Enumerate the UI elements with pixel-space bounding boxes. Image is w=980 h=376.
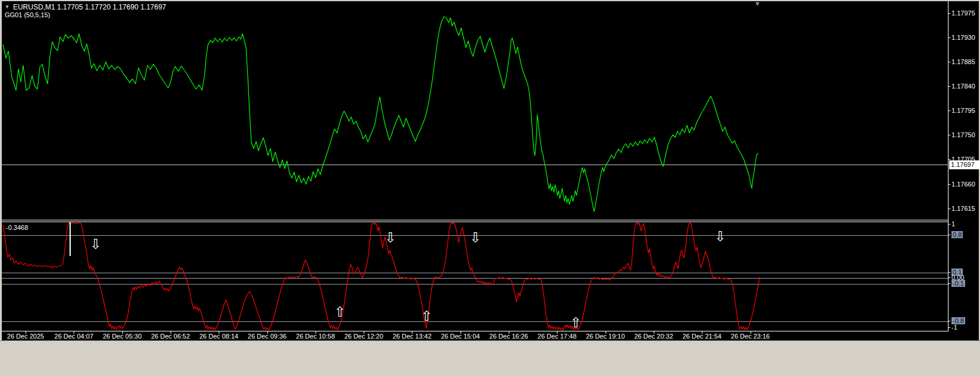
window-border-left — [0, 0, 2, 340]
indicator-axis-label: -1 — [951, 324, 957, 331]
indicator-axis-tick — [948, 321, 950, 321]
time-axis-label: 26 Dec 09:36 — [248, 333, 286, 340]
price-axis-label: 1.17795 — [951, 107, 975, 115]
indicator-axis-tick — [948, 224, 950, 225]
indicator-white-marker-line — [70, 222, 71, 256]
chart-header: ▼EURUSD,M1 1.17705 1.17720 1.17690 1.176… — [5, 3, 166, 11]
sell-signal-arrow-icon: ⇩ — [89, 238, 103, 251]
buy-signal-arrow-icon: ⇧ — [569, 316, 583, 330]
price-axis-label: 1.17750 — [951, 131, 975, 139]
price-axis-label: 1.17930 — [951, 34, 975, 42]
indicator-name-label: GG01 (50,5,15) — [5, 11, 50, 18]
time-axis-label: 26 Dec 13:42 — [393, 333, 431, 340]
indicator-level-badge: 0.8 — [951, 231, 963, 238]
ohlc-open: 1.17705 — [57, 3, 83, 11]
symbol-label: EURUSD,M1 — [13, 3, 55, 11]
indicator-axis-tick — [948, 327, 950, 328]
price-axis-label: 1.17660 — [951, 181, 975, 188]
price-axis-tick — [948, 37, 950, 38]
chart-shift-marker-icon[interactable]: ▼ — [754, 1, 761, 7]
price-axis-tick — [948, 208, 950, 209]
price-axis-label: 1.17885 — [951, 58, 975, 66]
price-axis-tick — [948, 86, 950, 87]
time-axis-label: 26 Dec 19:10 — [586, 333, 625, 340]
price-chart-canvas[interactable] — [2, 1, 948, 220]
indicator-current-value: -0.3468 — [6, 224, 28, 231]
time-axis-label: 26 Dec 06:52 — [151, 333, 190, 340]
time-axis-label: 26 Dec 12:20 — [344, 333, 383, 340]
price-axis-tick — [948, 135, 950, 135]
indicator-axis-label: 1 — [951, 220, 955, 228]
time-axis-label: 26 Dec 15:04 — [441, 333, 480, 340]
time-axis-label: 26 Dec 08:14 — [199, 333, 238, 340]
sell-signal-arrow-icon: ⇩ — [383, 231, 398, 245]
price-axis-label: 1.17975 — [951, 10, 975, 17]
window-border-bottom — [0, 340, 980, 376]
indicator-series-line — [3, 223, 760, 330]
symbol-dropdown-icon[interactable]: ▼ — [5, 4, 10, 10]
price-series-line — [3, 17, 758, 211]
indicator-axis-label: -0.1 — [951, 280, 965, 287]
time-axis-label: 26 Dec 04:07 — [55, 333, 93, 340]
current-price-badge: 1.17697 — [949, 160, 980, 169]
indicator-axis-tick — [948, 277, 950, 278]
ohlc-low: 1.17690 — [112, 3, 138, 11]
indicator-axis-tick — [948, 283, 950, 284]
price-axis-tick — [948, 13, 950, 14]
price-chart-svg — [2, 1, 948, 220]
time-axis-label: 26 Dec 16:26 — [489, 333, 528, 340]
time-axis-label: 26 Dec 17:48 — [538, 333, 576, 340]
sell-signal-arrow-icon: ⇩ — [713, 230, 727, 244]
sell-signal-arrow-icon: ⇩ — [468, 231, 483, 245]
indicator-level-badge: -0.1 — [951, 280, 965, 287]
time-axis-label: 26 Dec 2025 — [7, 333, 44, 340]
buy-signal-arrow-icon: ⇧ — [333, 305, 347, 319]
price-axis-label: 1.17840 — [951, 83, 975, 90]
price-axis-border — [948, 1, 949, 331]
time-axis-label: 26 Dec 05:30 — [103, 333, 141, 340]
time-axis-label: 26 Dec 21:54 — [682, 333, 721, 340]
window-border-top — [0, 0, 980, 1]
price-axis-tick — [948, 184, 950, 185]
ohlc-high: 1.17720 — [85, 3, 111, 11]
price-axis-tick — [948, 159, 950, 160]
time-axis-label: 26 Dec 23:16 — [731, 333, 770, 340]
time-axis-label: 26 Dec 20:32 — [634, 333, 673, 340]
price-axis-tick — [948, 110, 950, 111]
indicator-axis-label: 0.8 — [951, 231, 963, 239]
ohlc-close: 1.17697 — [140, 3, 166, 11]
indicator-bottom-border — [2, 331, 948, 331]
price-axis-label: 1.17615 — [951, 205, 975, 213]
chart-panel-divider[interactable] — [2, 220, 948, 220]
indicator-axis-tick — [948, 235, 950, 235]
buy-signal-arrow-icon: ⇧ — [420, 309, 434, 323]
mt4-chart-window: ▼EURUSD,M1 1.17705 1.17720 1.17690 1.176… — [0, 0, 980, 376]
indicator-axis-tick — [948, 272, 950, 273]
price-axis-tick — [948, 62, 950, 62]
time-axis-label: 26 Dec 10:58 — [296, 333, 335, 340]
